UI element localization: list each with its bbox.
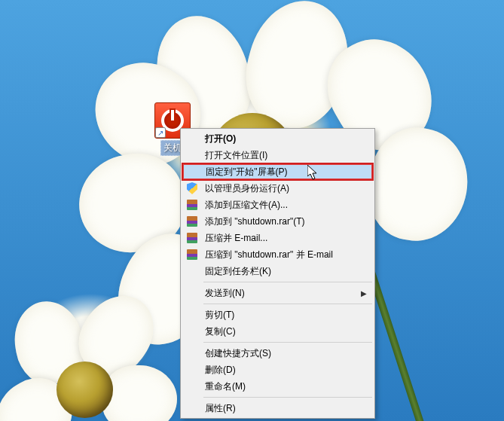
menu-label: 剪切(T)	[205, 309, 234, 322]
shield-icon	[186, 182, 198, 194]
menu-compress-email[interactable]: 压缩并 E-mail...	[182, 230, 373, 246]
menu-add-to-archive[interactable]: 添加到压缩文件(A)...	[182, 197, 373, 213]
menu-properties[interactable]: 属性(R)	[182, 400, 373, 416]
menu-cut[interactable]: 剪切(T)	[182, 307, 373, 323]
menu-separator	[203, 282, 372, 282]
menu-label: 属性(R)	[205, 402, 236, 415]
menu-separator	[203, 397, 372, 398]
menu-create-shortcut[interactable]: 创建快捷方式(S)	[182, 345, 373, 362]
menu-label: 重命名(M)	[205, 380, 246, 393]
menu-add-to-shutdown-rar[interactable]: 添加到 "shutdown.rar"(T)	[182, 213, 373, 230]
menu-label: 创建快捷方式(S)	[205, 347, 271, 360]
archive-icon	[186, 249, 198, 261]
submenu-arrow-icon: ▶	[361, 289, 367, 297]
menu-separator	[203, 342, 372, 343]
menu-open-file-location[interactable]: 打开文件位置(I)	[182, 147, 373, 163]
menu-label: 添加到 "shutdown.rar"(T)	[205, 215, 305, 228]
menu-label: 压缩并 E-mail...	[205, 232, 267, 245]
archive-icon	[186, 199, 198, 211]
menu-compress-to-rar-email[interactable]: 压缩到 "shutdown.rar" 并 E-mail	[182, 246, 373, 263]
menu-pin-to-start[interactable]: 固定到"开始"屏幕(P)	[182, 163, 374, 181]
menu-copy[interactable]: 复制(C)	[182, 323, 373, 340]
menu-run-as-admin[interactable]: 以管理员身份运行(A)	[182, 180, 373, 197]
menu-label: 打开(O)	[205, 133, 236, 145]
menu-label: 复制(C)	[205, 325, 236, 338]
menu-pin-to-taskbar[interactable]: 固定到任务栏(K)	[182, 263, 373, 279]
menu-send-to[interactable]: 发送到(N) ▶	[182, 285, 373, 301]
menu-delete[interactable]: 删除(D)	[182, 362, 373, 378]
menu-label: 发送到(N)	[205, 287, 245, 300]
menu-label: 固定到任务栏(K)	[205, 265, 271, 278]
archive-icon	[186, 215, 198, 227]
shortcut-overlay-icon: ↗	[155, 127, 166, 138]
menu-rename[interactable]: 重命名(M)	[182, 378, 373, 395]
menu-label: 打开文件位置(I)	[205, 149, 267, 162]
menu-label: 以管理员身份运行(A)	[205, 182, 289, 195]
menu-separator	[203, 304, 372, 304]
menu-open[interactable]: 打开(O)	[182, 130, 373, 147]
menu-label: 添加到压缩文件(A)...	[205, 199, 288, 212]
archive-icon	[186, 232, 198, 244]
menu-label: 固定到"开始"屏幕(P)	[206, 166, 288, 178]
menu-label: 删除(D)	[205, 364, 236, 377]
context-menu: 打开(O) 打开文件位置(I) 固定到"开始"屏幕(P) 以管理员身份运行(A)…	[180, 128, 375, 419]
menu-label: 压缩到 "shutdown.rar" 并 E-mail	[205, 249, 333, 261]
